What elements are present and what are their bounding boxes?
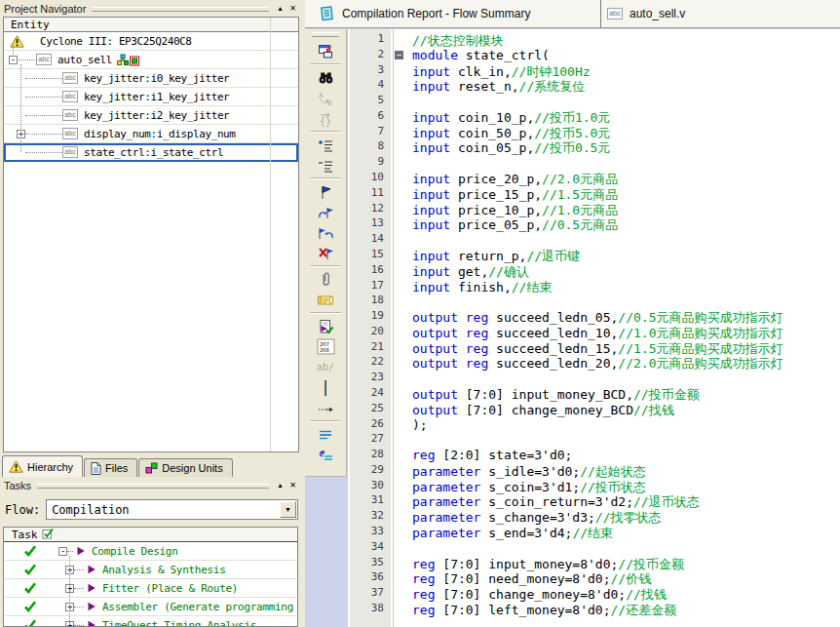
- column-divider[interactable]: [270, 18, 271, 451]
- task-row-label: Analysis & Synthesis: [102, 564, 225, 576]
- task-row[interactable]: +TimeQuest Timing Analysis: [4, 616, 297, 627]
- clear-bookmarks-button[interactable]: [308, 243, 343, 263]
- tree-row[interactable]: abckey_jitter:i1_key_jitter: [4, 88, 298, 106]
- collapse-panel-button[interactable]: ▴: [274, 3, 286, 15]
- tab-files[interactable]: Files: [84, 458, 137, 477]
- line-number: 14: [348, 232, 392, 248]
- code-text: output [7:0] change_money_BCD//找钱: [412, 402, 840, 417]
- code-text: [412, 371, 840, 386]
- next-bookmark-button[interactable]: [308, 202, 343, 222]
- task-row[interactable]: -Compile Design: [4, 542, 297, 561]
- code-line: 24output [7:0] input_money_BCD,//投币金额: [348, 386, 840, 402]
- fold-column: [392, 509, 412, 525]
- tree-row[interactable]: -abcauto_sell: [4, 51, 298, 69]
- wrap-lines-icon: [318, 429, 333, 441]
- doc-tab-auto-sell-v[interactable]: abc auto_sell.v: [601, 0, 840, 27]
- line-number: 8: [348, 139, 392, 155]
- collapse-panel-button[interactable]: ▴: [274, 480, 286, 491]
- toolbar-separator: [310, 265, 341, 267]
- code-text: reg [2:0] state=3'd0;: [412, 448, 840, 463]
- code-text: input price_15_p,//1.5元商品: [412, 186, 840, 202]
- task-row[interactable]: +Assembler (Generate programming: [4, 598, 297, 616]
- panel-grip[interactable]: [37, 484, 269, 489]
- dotted-arrow-button[interactable]: [308, 398, 343, 418]
- tree-row[interactable]: abcstate_ctrl:i_state_ctrl: [4, 143, 298, 162]
- tree-row-label: key_jitter:i0_key_jitter: [84, 72, 229, 85]
- code-text: [412, 294, 840, 309]
- decrease-indent-button[interactable]: [308, 155, 343, 176]
- fold-marker[interactable]: −: [395, 51, 403, 59]
- window-arrow-button[interactable]: [308, 41, 343, 61]
- increase-indent-button[interactable]: [308, 135, 343, 155]
- tab-design-units[interactable]: Design Units: [138, 458, 232, 477]
- resync-button[interactable]: [308, 445, 343, 465]
- line-number: 31: [348, 493, 392, 509]
- fold-column: [392, 386, 412, 402]
- entity-column-header[interactable]: Entity: [4, 18, 298, 32]
- code-line: 2−module state_ctrl(: [348, 48, 840, 63]
- line-number: 9: [348, 155, 392, 171]
- code-text: input clk_in,//时钟100Hz: [412, 63, 840, 79]
- goto-line-button[interactable]: 267268: [308, 336, 343, 357]
- code-line: 27: [348, 432, 840, 448]
- toggle-bookmark-button[interactable]: [308, 181, 343, 202]
- close-panel-button[interactable]: ✕: [286, 480, 299, 491]
- code-line: 9: [348, 155, 840, 171]
- text-cursor-button[interactable]: |: [308, 377, 343, 398]
- collapse-node-box[interactable]: -: [58, 547, 67, 556]
- close-panel-button[interactable]: ✕: [286, 3, 299, 15]
- tree-row[interactable]: abckey_jitter:i0_key_jitter: [4, 69, 298, 88]
- flow-label: Flow:: [5, 503, 40, 517]
- wrap-lines-button[interactable]: [308, 424, 343, 445]
- navigator-tab-strip: Hierarchy Files Design Units: [2, 454, 234, 477]
- tree-connector: [25, 78, 62, 79]
- replace-icon: AB: [318, 91, 333, 106]
- fold-column: [392, 263, 412, 279]
- task-row-label: Assembler (Generate programming: [102, 601, 293, 613]
- code-lines: 1//状态控制模块2−module state_ctrl(3input clk_…: [348, 29, 840, 617]
- play-icon: [87, 620, 96, 627]
- flow-dropdown-button[interactable]: ▼: [280, 501, 296, 518]
- task-column-header[interactable]: Task: [4, 528, 297, 542]
- tree-row-label: Cyclone III: EP3C25Q240C8: [40, 35, 192, 48]
- panel-grip[interactable]: [92, 7, 269, 12]
- attach-file-button[interactable]: [308, 269, 343, 290]
- increase-indent-icon: [318, 138, 334, 152]
- check-icon: [23, 564, 37, 575]
- insert-template-icon: [317, 294, 334, 307]
- insert-template-button[interactable]: [308, 290, 343, 310]
- tree-connector: [18, 59, 36, 60]
- flow-select[interactable]: Compilation ▼: [46, 499, 298, 520]
- fold-column: [392, 448, 412, 463]
- find-button[interactable]: [308, 67, 343, 88]
- fold-column: [392, 248, 412, 263]
- comment-text-icon: ab/: [317, 363, 334, 372]
- line-number: 6: [348, 109, 392, 125]
- analyze-file-button[interactable]: [308, 316, 343, 336]
- line-number: 11: [348, 186, 392, 202]
- toolbar-grip[interactable]: [312, 32, 339, 37]
- code-line: 34: [348, 540, 840, 556]
- doc-tab-compilation-report[interactable]: Compilation Report - Flow Summary: [305, 0, 601, 27]
- tree-row[interactable]: abckey_jitter:i2_key_jitter: [4, 106, 298, 125]
- entity-column-label: Entity: [11, 19, 50, 31]
- line-number: 10: [348, 171, 392, 186]
- goto-line-icon: 267268: [317, 338, 335, 355]
- collapse-node-box[interactable]: -: [9, 56, 18, 64]
- play-icon: [76, 546, 86, 556]
- tree-row[interactable]: Cyclone III: EP3C25Q240C8: [4, 32, 298, 51]
- check-icon: [23, 619, 37, 627]
- file-icon: [91, 462, 101, 475]
- code-text: [412, 94, 840, 109]
- task-row[interactable]: +Fitter (Place & Route): [4, 579, 297, 598]
- fold-column: [392, 216, 412, 232]
- line-number: 1: [348, 32, 392, 48]
- tree-row[interactable]: +abcdisplay_num:i_display_num: [4, 125, 298, 143]
- previous-bookmark-button[interactable]: [308, 222, 343, 243]
- tab-hierarchy[interactable]: Hierarchy: [2, 455, 83, 477]
- task-row[interactable]: +Analysis & Synthesis: [4, 561, 297, 579]
- code-text: [412, 155, 840, 171]
- code-editor[interactable]: 1//状态控制模块2−module state_ctrl(3input clk_…: [348, 29, 840, 627]
- comment-text-button: ab/: [308, 357, 343, 377]
- code-line: 4input reset_n,//系统复位: [348, 78, 840, 94]
